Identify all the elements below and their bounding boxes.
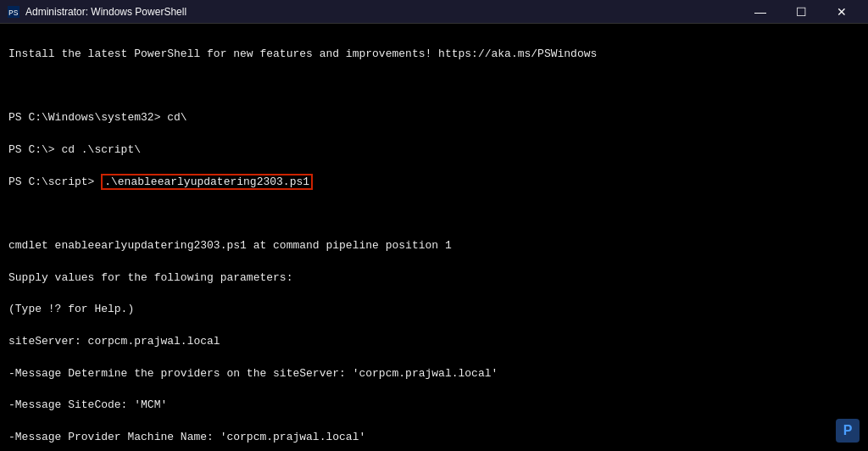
prajwal-logo: P [836, 419, 860, 443]
window-controls: — ☐ ✕ [741, 0, 861, 24]
line-type: (Type !? for Help.) [8, 302, 860, 318]
console-output: Install the latest PowerShell for new fe… [8, 31, 860, 451]
line-site: siteServer: corpcm.prajwal.local [8, 334, 860, 350]
window-title: Administrator: Windows PowerShell [25, 6, 186, 18]
line-msg2: -Message SiteCode: 'MCM' [8, 398, 860, 414]
powershell-icon: PS [7, 5, 20, 19]
svg-text:PS: PS [8, 8, 19, 18]
close-button[interactable]: ✕ [822, 0, 861, 24]
line-cd: PS C:\Windows\system32> cd\ [8, 110, 860, 126]
console-area[interactable]: Install the latest PowerShell for new fe… [0, 24, 868, 451]
line-msg1: -Message Determine the providers on the … [8, 366, 860, 382]
line-script: PS C:\> cd .\script\ [8, 142, 860, 159]
maximize-button[interactable]: ☐ [782, 0, 821, 24]
line-cmdlet: cmdlet enableearlyupdatering2303.ps1 at … [8, 238, 860, 254]
line-blank-2 [8, 206, 860, 222]
line-1: Install the latest PowerShell for new fe… [8, 47, 860, 63]
minimize-button[interactable]: — [741, 0, 780, 24]
line-cmd: PS C:\script> .\enableearlyupdatering230… [8, 175, 860, 191]
title-bar-left: PS Administrator: Windows PowerShell [7, 5, 186, 19]
line-supply: Supply values for the following paramete… [8, 270, 860, 287]
title-bar: PS Administrator: Windows PowerShell — ☐… [0, 0, 868, 24]
line-msg3: -Message Provider Machine Name: 'corpcm.… [8, 430, 860, 446]
line-blank-1 [8, 79, 860, 95]
highlighted-command: .\enableearlyupdatering2303.ps1 [101, 174, 313, 190]
